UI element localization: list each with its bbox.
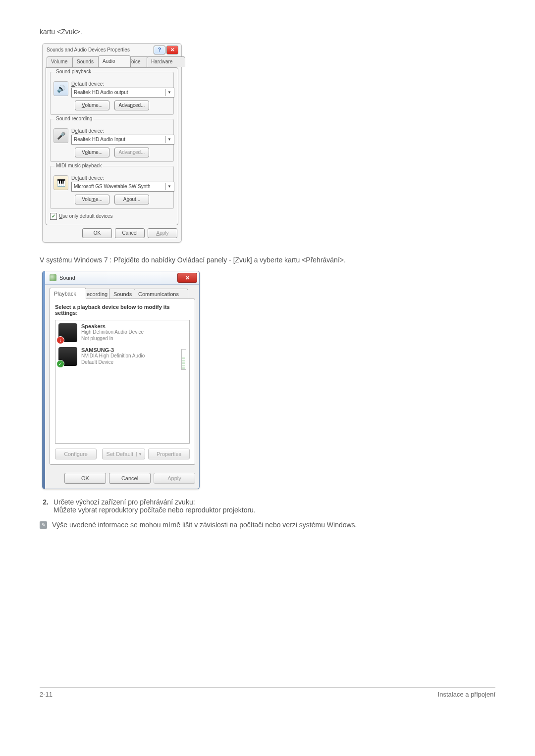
device-driver: NVIDIA High Definition Audio	[81, 353, 186, 359]
use-only-default-devices-label: Use only default devices	[59, 213, 112, 219]
apply-button[interactable]: Apply	[154, 473, 195, 484]
set-default-label: Set Default	[107, 451, 133, 457]
recording-volume-button[interactable]: Volume...	[75, 148, 109, 157]
device-name: SAMSUNG-3	[81, 347, 186, 353]
group-midi-playback: MIDI music playback 🎹 Default device: Mi…	[50, 166, 174, 209]
win7-intro-text: V systému Windows 7 : Přejděte do nabídk…	[40, 255, 495, 265]
note-text: Výše uvedené informace se mohou mírně li…	[52, 521, 357, 529]
w7-sound-dialog: Sound ✕ Playback Recording Sounds Commun…	[42, 271, 200, 489]
playback-device-item[interactable]: ✓ SAMSUNG-3 NVIDIA High Definition Audio…	[58, 347, 186, 366]
intro-text: kartu <Zvuk>.	[40, 27, 495, 37]
w7-dialog-title: Sound	[59, 275, 75, 281]
recording-advanced-button[interactable]: Advanced...	[114, 148, 149, 157]
footer-left: 2-11	[40, 691, 53, 698]
level-meter-icon	[181, 349, 186, 370]
status-badge-default-icon: ✓	[56, 360, 64, 368]
checkbox-icon: ✓	[50, 213, 57, 220]
set-default-button[interactable]: Set Default ▼	[102, 449, 145, 459]
xp-tabs: Volume Sounds Audio Voice Hardware	[46, 56, 178, 67]
microphone-icon: 🎤	[54, 128, 68, 143]
step-2: 2. Určete výchozí zařízení pro přehráván…	[40, 498, 495, 514]
midi-about-button[interactable]: About...	[114, 195, 149, 204]
speaker-icon: 🔊	[54, 81, 68, 96]
cancel-button[interactable]: Cancel	[109, 473, 151, 484]
ok-button[interactable]: OK	[82, 228, 112, 238]
group-sound-recording: Sound recording 🎤 Default device: Realte…	[50, 119, 174, 162]
device-status: Default Device	[81, 359, 186, 366]
page-footer: 2-11 Instalace a připojení	[40, 687, 495, 698]
playback-device-item[interactable]: ↓ Speakers High Definition Audio Device …	[58, 323, 186, 342]
chevron-down-icon: ▼	[165, 183, 173, 190]
cancel-button[interactable]: Cancel	[115, 228, 145, 238]
chevron-down-icon: ▼	[165, 89, 173, 96]
midi-device-select[interactable]: Microsoft GS Wavetable SW Synth ▼	[71, 182, 174, 192]
tab-communications[interactable]: Communications	[134, 289, 188, 299]
ok-button[interactable]: OK	[64, 473, 106, 484]
xp-dialog-title: Sounds and Audio Devices Properties	[47, 47, 130, 52]
device-status: Not plugged in	[81, 336, 186, 342]
step-2-line-1: Určete výchozí zařízení pro přehrávání z…	[54, 498, 256, 506]
note-row: ✎ Výše uvedené informace se mohou mírně …	[40, 521, 495, 529]
footer-right: Instalace a připojení	[438, 691, 495, 698]
playback-device-list[interactable]: ↓ Speakers High Definition Audio Device …	[55, 320, 190, 444]
midi-device-value: Microsoft GS Wavetable SW Synth	[74, 184, 151, 189]
tab-hardware[interactable]: Hardware	[147, 56, 185, 67]
midi-default-device-label: Default device:	[71, 175, 170, 181]
apply-button[interactable]: Apply	[148, 228, 177, 238]
playback-volume-button[interactable]: Volume...	[75, 101, 109, 110]
group-legend: MIDI music playback	[54, 163, 103, 168]
note-icon: ✎	[40, 521, 47, 529]
device-name: Speakers	[81, 323, 186, 329]
step-number: 2.	[40, 498, 49, 514]
playback-device-value: Realtek HD Audio output	[74, 90, 128, 95]
close-button[interactable]: ✕	[177, 273, 197, 283]
playback-default-device-label: Default device:	[71, 81, 170, 87]
close-button[interactable]: ✕	[166, 46, 178, 54]
properties-button[interactable]: Properties	[148, 449, 190, 459]
device-driver: High Definition Audio Device	[81, 329, 186, 336]
xp-audio-properties-dialog: Sounds and Audio Devices Properties ? ✕ …	[42, 43, 182, 243]
recording-device-value: Realtek HD Audio Input	[74, 137, 125, 142]
recording-device-select[interactable]: Realtek HD Audio Input ▼	[71, 135, 174, 145]
tab-audio[interactable]: Audio	[98, 55, 131, 67]
status-badge-unplugged-icon: ↓	[56, 336, 64, 344]
sound-icon	[50, 274, 56, 281]
help-button[interactable]: ?	[154, 46, 165, 54]
playback-device-select[interactable]: Realtek HD Audio output ▼	[71, 88, 174, 98]
chevron-down-icon: ▼	[165, 136, 173, 143]
configure-button[interactable]: Configure	[55, 449, 97, 459]
group-legend: Sound recording	[54, 116, 94, 121]
group-legend: Sound playback	[54, 69, 93, 74]
device-icon: ↓	[58, 323, 77, 342]
device-icon: ✓	[58, 347, 77, 366]
playback-advanced-button[interactable]: Advanced...	[114, 101, 149, 110]
step-2-line-2: Můžete vybrat reproduktory počítače nebo…	[54, 506, 256, 514]
recording-default-device-label: Default device:	[71, 128, 170, 134]
midi-volume-button[interactable]: Volume...	[75, 195, 109, 204]
use-only-default-devices-checkbox[interactable]: ✓ Use only default devices	[50, 213, 174, 220]
midi-icon: 🎹	[54, 175, 68, 190]
group-sound-playback: Sound playback 🔊 Default device: Realtek…	[50, 72, 174, 115]
tab-playback[interactable]: Playback	[50, 288, 86, 299]
w7-tabs: Playback Recording Sounds Communications	[50, 288, 195, 299]
chevron-down-icon: ▼	[136, 452, 144, 456]
playback-instruction: Select a playback device below to modify…	[55, 304, 190, 316]
